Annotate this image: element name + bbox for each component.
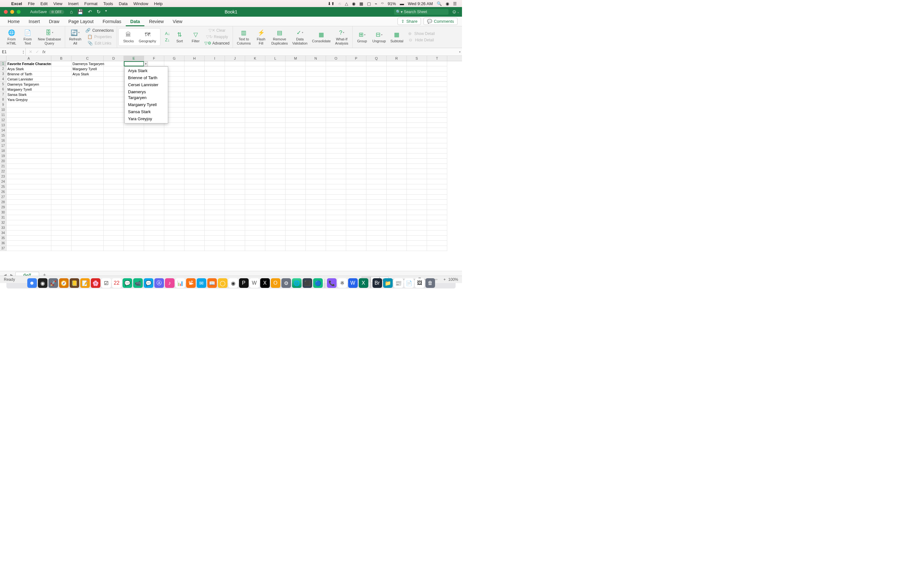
tab-draw[interactable]: Draw (44, 17, 64, 26)
row-header[interactable]: 16 (0, 138, 6, 143)
cell-A4[interactable]: Cersei Lannister (6, 77, 51, 82)
dock-contacts-icon[interactable]: 📒 (69, 278, 79, 288)
cell-T2[interactable] (427, 66, 447, 71)
menu-window[interactable]: Window (131, 1, 151, 6)
cell-M23[interactable] (286, 174, 306, 179)
cell-M7[interactable] (286, 92, 306, 97)
cell-H3[interactable] (184, 71, 205, 77)
stocks-button[interactable]: 🏛Stocks (121, 31, 136, 43)
cell-F14[interactable] (144, 128, 164, 133)
cell-M30[interactable] (286, 210, 306, 215)
cell-B8[interactable] (51, 97, 71, 102)
cell-N20[interactable] (306, 159, 326, 164)
cell-M6[interactable] (286, 87, 306, 92)
dock-slack-icon[interactable]: ※ (338, 278, 347, 288)
cell-T17[interactable] (427, 143, 447, 148)
cell-H24[interactable] (184, 179, 205, 184)
cell-S25[interactable] (407, 184, 427, 189)
cell-T35[interactable] (427, 235, 447, 241)
cell-E15[interactable] (124, 133, 144, 138)
cell-C11[interactable] (71, 113, 103, 118)
dock-photos-icon[interactable]: 🌸 (91, 278, 100, 288)
cell-S4[interactable] (407, 77, 427, 82)
cell-T24[interactable] (427, 179, 447, 184)
cell-L31[interactable] (265, 215, 286, 220)
cell-O15[interactable] (326, 133, 346, 138)
cell-Q28[interactable] (367, 200, 387, 205)
dock-app7-icon[interactable]: 🌐 (292, 278, 302, 288)
cell-Q36[interactable] (367, 241, 387, 246)
cell-K26[interactable] (245, 189, 265, 195)
cell-C24[interactable] (71, 179, 103, 184)
dropdown-option[interactable]: Margaery Tyrell (125, 101, 168, 108)
cell-O16[interactable] (326, 138, 346, 143)
cell-K37[interactable] (245, 246, 265, 251)
cell-D19[interactable] (103, 153, 124, 159)
cell-R22[interactable] (387, 169, 407, 174)
cell-J12[interactable] (225, 118, 245, 123)
cell-M14[interactable] (286, 128, 306, 133)
cell-H28[interactable] (184, 200, 205, 205)
cell-Q12[interactable] (367, 118, 387, 123)
cell-L10[interactable] (265, 107, 286, 113)
dock-prefs-icon[interactable]: ⚙ (281, 278, 291, 288)
cell-T4[interactable] (427, 77, 447, 82)
cell-H20[interactable] (184, 159, 205, 164)
cell-R8[interactable] (387, 97, 407, 102)
cell-S23[interactable] (407, 174, 427, 179)
cell-S8[interactable] (407, 97, 427, 102)
cell-D32[interactable] (103, 220, 124, 226)
row-header[interactable]: 3 (0, 71, 6, 77)
menu-insert[interactable]: Insert (65, 1, 81, 6)
dock-app4-icon[interactable]: W (250, 278, 259, 288)
cell-S2[interactable] (407, 66, 427, 71)
cell-I31[interactable] (205, 215, 225, 220)
col-header-E[interactable]: E (124, 56, 144, 61)
cell-B26[interactable] (51, 189, 71, 195)
cell-N25[interactable] (306, 184, 326, 189)
bluetooth-icon[interactable]: ⌁ (373, 1, 379, 6)
cell-S36[interactable] (407, 241, 427, 246)
row-header[interactable]: 23 (0, 174, 6, 179)
cell-A30[interactable] (6, 210, 51, 215)
whatif-button[interactable]: ?▾What-If Analysis (334, 29, 350, 45)
cell-I13[interactable] (205, 123, 225, 128)
cell-Q4[interactable] (367, 77, 387, 82)
cell-B33[interactable] (51, 226, 71, 230)
cell-F16[interactable] (144, 138, 164, 143)
cell-M2[interactable] (286, 66, 306, 71)
cell-B1[interactable] (51, 61, 71, 66)
cell-D25[interactable] (103, 184, 124, 189)
cell-C30[interactable] (71, 210, 103, 215)
cell-G37[interactable] (164, 246, 184, 251)
cell-O11[interactable] (326, 113, 346, 118)
cell-J3[interactable] (225, 71, 245, 77)
cell-I24[interactable] (205, 179, 225, 184)
cell-O24[interactable] (326, 179, 346, 184)
battery-icon[interactable]: ▬ (398, 1, 406, 6)
row-header[interactable]: 13 (0, 123, 6, 128)
cell-J37[interactable] (225, 246, 245, 251)
cell-H13[interactable] (184, 123, 205, 128)
cell-A10[interactable] (6, 107, 51, 113)
cell-G25[interactable] (164, 184, 184, 189)
cell-E32[interactable] (124, 220, 144, 226)
cell-T10[interactable] (427, 107, 447, 113)
sort-desc-button[interactable]: Z↓ (164, 37, 171, 43)
cell-Q6[interactable] (367, 87, 387, 92)
cell-L12[interactable] (265, 118, 286, 123)
cell-Q25[interactable] (367, 184, 387, 189)
cell-R10[interactable] (387, 107, 407, 113)
cell-M29[interactable] (286, 205, 306, 210)
cell-S3[interactable] (407, 71, 427, 77)
cell-A29[interactable] (6, 205, 51, 210)
col-header-O[interactable]: O (326, 56, 346, 61)
cell-K1[interactable] (245, 61, 265, 66)
cell-B37[interactable] (51, 246, 71, 251)
cell-J8[interactable] (225, 97, 245, 102)
cell-R16[interactable] (387, 138, 407, 143)
cell-K29[interactable] (245, 205, 265, 210)
cell-D8[interactable] (103, 97, 124, 102)
cell-C5[interactable] (71, 82, 103, 87)
cell-P25[interactable] (346, 184, 367, 189)
